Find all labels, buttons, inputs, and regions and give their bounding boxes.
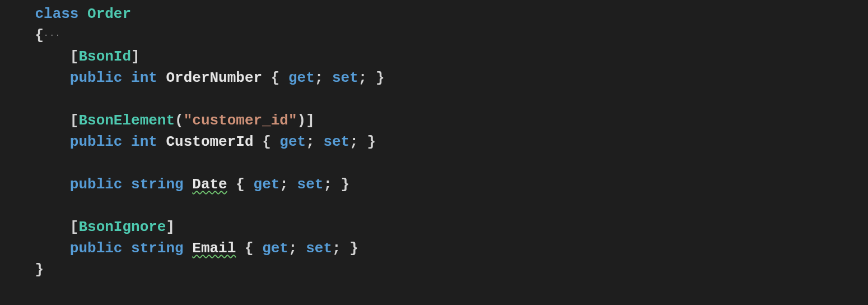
blank-line bbox=[0, 91, 9, 108]
code-line: {··· bbox=[0, 27, 61, 44]
code-line: [BsonIgnore] bbox=[0, 219, 175, 235]
code-line: public int CustomerId { get; set; } bbox=[0, 133, 376, 150]
code-line: } bbox=[0, 261, 44, 278]
code-line: public string Date { get; set; } bbox=[0, 176, 349, 193]
code-line: [BsonId] bbox=[0, 48, 140, 65]
code-line: [BsonElement("customer_id")] bbox=[0, 112, 315, 129]
property-email: Email bbox=[192, 240, 236, 257]
attribute-bsonid: BsonId bbox=[78, 48, 131, 65]
property-customerid: CustomerId bbox=[166, 133, 253, 150]
whitespace-hint-icon: ··· bbox=[44, 25, 61, 46]
brace-close: } bbox=[35, 261, 44, 278]
blank-line bbox=[0, 197, 9, 214]
attribute-bsonignore: BsonIgnore bbox=[78, 219, 166, 235]
code-line: public string Email { get; set; } bbox=[0, 240, 358, 257]
code-editor[interactable]: class Order {··· [BsonId] public int Ord… bbox=[0, 0, 868, 280]
brace-open: { bbox=[35, 27, 44, 44]
type-name-order: Order bbox=[87, 6, 131, 22]
string-customer-id: "customer_id" bbox=[184, 112, 297, 129]
property-date: Date bbox=[192, 176, 227, 193]
property-ordernumber: OrderNumber bbox=[166, 70, 262, 86]
keyword-class: class bbox=[35, 6, 78, 22]
attribute-bsonelement: BsonElement bbox=[78, 112, 175, 129]
code-line: class Order bbox=[0, 6, 131, 22]
code-line: public int OrderNumber { get; set; } bbox=[0, 70, 385, 86]
blank-line bbox=[0, 155, 9, 172]
